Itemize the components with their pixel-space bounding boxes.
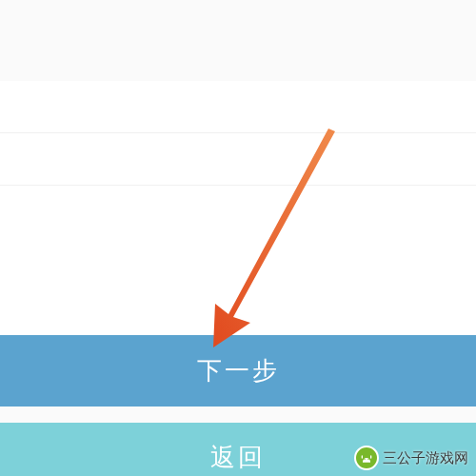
next-step-label: 下一步 [197,354,280,387]
svg-rect-0 [362,455,363,458]
next-step-button[interactable]: 下一步 [0,335,476,407]
svg-point-2 [364,459,365,460]
top-blank-section [0,0,476,81]
back-label: 返回 [210,441,266,474]
middle-blank-section [0,186,476,335]
svg-rect-1 [370,455,371,458]
spacer [0,407,476,423]
watermark: 三公子游戏网 [354,446,468,470]
svg-point-3 [367,459,368,460]
watermark-logo-icon [354,446,379,470]
form-row-2[interactable] [0,133,476,186]
form-row-1[interactable] [0,81,476,133]
watermark-text: 三公子游戏网 [383,449,468,467]
